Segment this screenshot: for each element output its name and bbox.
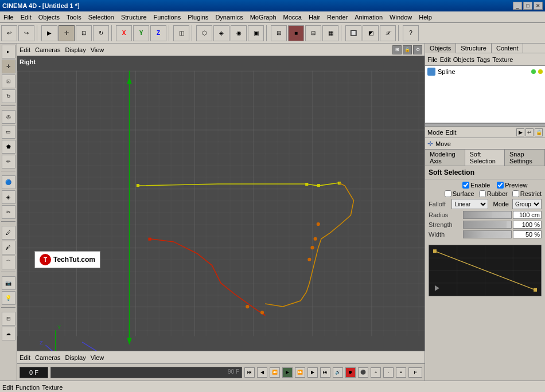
audio-button[interactable]: 🔊 [333, 367, 343, 378]
record-button[interactable]: ⏺ [345, 367, 356, 378]
lt-pen[interactable]: 🖊 [2, 226, 15, 240]
select-tool[interactable]: ▶ [41, 25, 57, 41]
falloff-graph[interactable] [429, 245, 542, 296]
del-key-button[interactable]: - [383, 367, 394, 378]
coords-function[interactable]: Function [15, 384, 40, 391]
object-manager[interactable]: 🔲 [345, 25, 361, 41]
coord-system[interactable]: ◫ [173, 25, 189, 41]
enable-checkbox[interactable] [462, 182, 469, 189]
prev-key-button[interactable]: ⏪ [270, 367, 280, 378]
attr-edit-label[interactable]: Edit [446, 129, 457, 136]
menu-functions[interactable]: Functions [150, 13, 185, 22]
vp-settings-icon[interactable]: ⚙ [413, 45, 422, 54]
width-value[interactable]: 50 % [513, 230, 542, 238]
obj-hdr-texture[interactable]: Texture [492, 56, 513, 63]
render-region[interactable]: ⊟ [305, 25, 321, 41]
redo-button[interactable]: ↪ [18, 25, 34, 41]
strength-slider[interactable] [463, 221, 512, 229]
add-key-button[interactable]: + [371, 367, 381, 378]
next-frame-button[interactable]: ▶ [307, 367, 318, 378]
falloff-select[interactable]: Linear Ease In Ease Out Smooth [451, 199, 488, 209]
menu-edit[interactable]: Edit [17, 13, 35, 22]
vp-bottom-cameras[interactable]: Cameras [35, 354, 61, 361]
lt-spline-pen[interactable]: 🖋 [2, 241, 15, 254]
lt-tweak[interactable]: ◈ [2, 190, 15, 204]
tab-objects[interactable]: Objects [425, 44, 456, 53]
lt-rect-sel[interactable]: ▭ [2, 125, 15, 139]
radius-value[interactable]: 100 cm [513, 211, 542, 219]
axis-y[interactable]: Y [133, 25, 149, 41]
lt-magnet[interactable]: 🔵 [2, 175, 15, 189]
coords-edit[interactable]: Edit [2, 384, 13, 391]
timeline-track[interactable]: 90 F [50, 367, 242, 378]
axis-z[interactable]: Z [150, 25, 166, 41]
move-tool[interactable]: ✛ [59, 25, 75, 41]
radius-slider[interactable] [463, 211, 512, 219]
obj-hdr-edit[interactable]: Edit [440, 56, 451, 63]
coords-texture[interactable]: Texture [42, 384, 63, 391]
vp-display[interactable]: Display [65, 46, 86, 53]
rubber-checkbox[interactable] [479, 190, 486, 197]
menu-dynamics[interactable]: Dynamics [212, 13, 246, 22]
attr-arrow-btn[interactable]: ▶ [516, 128, 524, 136]
attr-lock-btn[interactable]: 🔒 [535, 128, 543, 136]
axis-x[interactable]: X [116, 25, 132, 41]
lt-sky[interactable]: ☁ [2, 327, 15, 340]
xpresso[interactable]: 𝒳 [380, 25, 396, 41]
vp-bottom-display[interactable]: Display [65, 354, 86, 361]
lt-floor[interactable]: ⊟ [2, 312, 15, 326]
menu-selection[interactable]: Selection [85, 13, 118, 22]
render-btn[interactable]: ■ [288, 25, 304, 41]
next-key-button[interactable]: ⏩ [295, 367, 305, 378]
menu-objects[interactable]: Objects [35, 13, 63, 22]
lt-camera[interactable]: 📷 [2, 276, 15, 290]
scale-tool[interactable]: ⊡ [76, 25, 92, 41]
lt-scale[interactable]: ⊡ [2, 75, 15, 88]
menu-structure[interactable]: Structure [118, 13, 150, 22]
menu-plugins[interactable]: Plugins [184, 13, 212, 22]
menu-file[interactable]: File [0, 13, 17, 22]
vp-cameras[interactable]: Cameras [35, 46, 61, 53]
restrict-label[interactable]: Restrict [512, 190, 542, 197]
vp-bottom-edit[interactable]: Edit [20, 354, 30, 361]
undo-button[interactable]: ↩ [1, 25, 17, 41]
restrict-checkbox[interactable] [512, 190, 519, 197]
close-button[interactable]: ✕ [534, 2, 543, 10]
tab-content[interactable]: Content [492, 44, 524, 53]
viewport[interactable]: Right Y [17, 56, 425, 351]
surface-label[interactable]: Surface [445, 190, 474, 197]
lt-rotate[interactable]: ↻ [2, 89, 15, 103]
mode-select[interactable]: Group Object Scene [512, 199, 542, 209]
lt-poly-sel[interactable]: ⬟ [2, 140, 15, 154]
material-manager[interactable]: ◩ [363, 25, 379, 41]
menu-hair[interactable]: Hair [305, 13, 324, 22]
help-btn[interactable]: ? [403, 25, 419, 41]
vp-expand-icon[interactable]: ⊞ [392, 45, 402, 54]
menu-render[interactable]: Render [324, 13, 351, 22]
strength-value[interactable]: 100 % [513, 221, 542, 229]
lt-select[interactable]: ▸ [2, 45, 15, 58]
vp-edit[interactable]: Edit [20, 46, 30, 53]
goto-end-button[interactable]: ⏭ [320, 367, 330, 378]
surface-checkbox[interactable] [445, 190, 451, 197]
rotate-tool[interactable]: ↻ [93, 25, 109, 41]
lt-free-sel[interactable]: ✏ [2, 155, 15, 168]
edge-tool[interactable]: ◈ [213, 25, 229, 41]
tab-modeling-axis[interactable]: Modeling Axis [425, 150, 465, 166]
menu-tools[interactable]: Tools [63, 13, 85, 22]
point-tool[interactable]: ◉ [231, 25, 247, 41]
enable-label[interactable]: Enable [462, 182, 490, 189]
vp-bottom-view[interactable]: View [91, 354, 104, 361]
obj-hdr-objects[interactable]: Objects [453, 56, 474, 63]
menu-help[interactable]: Help [415, 13, 435, 22]
lt-light[interactable]: 💡 [2, 291, 15, 305]
lt-move[interactable]: ✛ [2, 60, 15, 73]
polygon-tool[interactable]: ⬡ [196, 25, 212, 41]
menu-window[interactable]: Window [386, 13, 415, 22]
goto-start-button[interactable]: ⏮ [244, 367, 255, 378]
prev-frame-button[interactable]: ◀ [257, 367, 267, 378]
render-to-po[interactable]: ▦ [322, 25, 338, 41]
tab-structure[interactable]: Structure [456, 44, 492, 53]
play-button[interactable]: ▶ [282, 367, 293, 378]
minimize-button[interactable]: _ [513, 2, 522, 10]
